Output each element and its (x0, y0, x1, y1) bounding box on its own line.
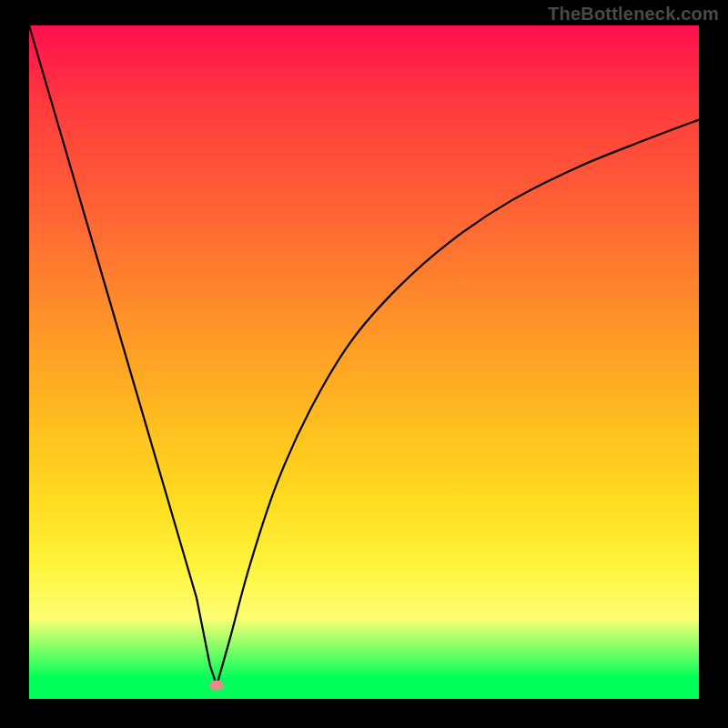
chart-frame: TheBottleneck.com (0, 0, 728, 728)
plot-area (29, 25, 699, 699)
bottleneck-curve (29, 25, 699, 685)
minimum-marker-icon (209, 681, 224, 691)
watermark-text: TheBottleneck.com (548, 4, 719, 25)
curve-svg (29, 25, 699, 699)
